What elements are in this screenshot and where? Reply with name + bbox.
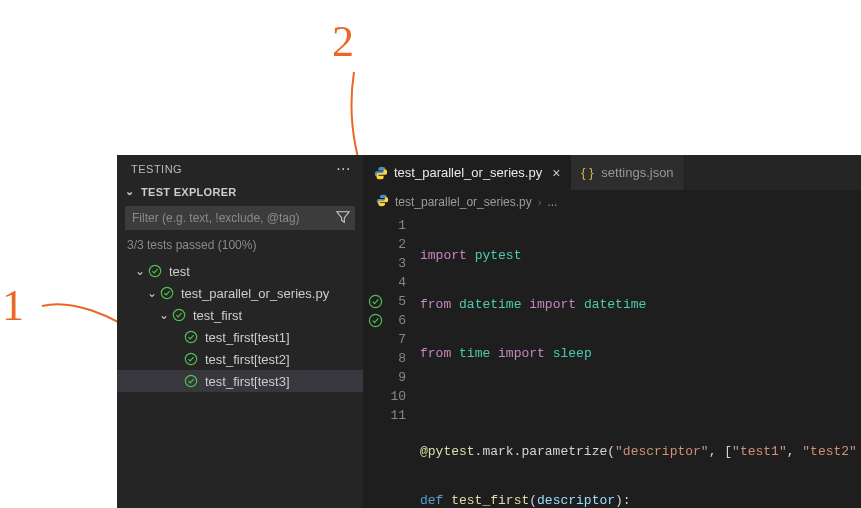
test-explorer-header[interactable]: ⌄ TEST EXPLORER (117, 181, 363, 204)
sidebar-title-row: TESTING ··· (117, 155, 363, 181)
tree-file[interactable]: ⌄ test_parallel_or_series.py (117, 282, 363, 304)
line-numbers: 1234567891011 (386, 214, 420, 508)
tab-label: settings.json (601, 165, 673, 180)
tree-label: test (167, 264, 190, 279)
test-status: 3/3 tests passed (100%) (117, 234, 363, 258)
svg-point-6 (185, 353, 196, 364)
tree-group[interactable]: ⌄ test_first (117, 304, 363, 326)
pass-icon (159, 285, 175, 301)
svg-point-9 (369, 314, 381, 326)
more-actions-icon[interactable]: ··· (336, 165, 351, 173)
chevron-down-icon: ⌄ (145, 286, 159, 300)
pass-icon (183, 329, 199, 345)
filter-input[interactable] (126, 207, 332, 229)
filter-icon[interactable] (332, 210, 354, 227)
vscode-window: TESTING ··· ⌄ TEST EXPLORER 3/3 tests pa… (117, 155, 861, 508)
svg-point-3 (161, 287, 172, 298)
chevron-down-icon: ⌄ (133, 264, 147, 278)
tree-label: test_first[test3] (203, 374, 290, 389)
tab-label: test_parallel_or_series.py (394, 165, 542, 180)
tree-label: test_first[test1] (203, 330, 290, 345)
tree-label: test_first[test2] (203, 352, 290, 367)
breadcrumb-file: test_parallel_or_series.py (395, 195, 532, 209)
testing-sidebar: TESTING ··· ⌄ TEST EXPLORER 3/3 tests pa… (117, 155, 364, 508)
pass-icon (147, 263, 163, 279)
svg-point-4 (173, 309, 184, 320)
section-label: TEST EXPLORER (141, 186, 237, 198)
pass-icon (171, 307, 187, 323)
tree-case[interactable]: test_first[test3] (117, 370, 363, 392)
tree-root[interactable]: ⌄ test (117, 260, 363, 282)
tab-settings[interactable]: { } settings.json (571, 155, 684, 190)
tree-label: test_parallel_or_series.py (179, 286, 329, 301)
annotation-1: 1 (2, 280, 24, 331)
breadcrumb-more: ... (547, 195, 557, 209)
chevron-right-icon: › (538, 196, 542, 208)
svg-point-7 (185, 375, 196, 386)
tree-case[interactable]: test_first[test2] (117, 348, 363, 370)
python-file-icon (376, 194, 389, 210)
gutter-pass-icon[interactable] (364, 311, 386, 330)
breadcrumb[interactable]: test_parallel_or_series.py › ... (364, 190, 861, 214)
annotation-2: 2 (332, 16, 354, 67)
editor-area: test_parallel_or_series.py × { } setting… (364, 155, 861, 508)
svg-point-8 (369, 295, 381, 307)
tree-label: test_first (191, 308, 242, 323)
chevron-down-icon: ⌄ (123, 185, 137, 198)
code-content[interactable]: import pytest from datetime import datet… (420, 214, 861, 508)
sidebar-title: TESTING (131, 163, 182, 175)
glyph-margin (364, 214, 386, 508)
filter-row (125, 206, 355, 230)
code-editor[interactable]: 1234567891011 import pytest from datetim… (364, 214, 861, 508)
tree-case[interactable]: test_first[test1] (117, 326, 363, 348)
json-file-icon: { } (581, 165, 595, 180)
python-file-icon (374, 166, 388, 180)
close-icon[interactable]: × (552, 165, 560, 181)
test-tree: ⌄ test ⌄ test_parallel_or_series.py ⌄ te… (117, 258, 363, 394)
pass-icon (183, 373, 199, 389)
editor-tabs: test_parallel_or_series.py × { } setting… (364, 155, 861, 190)
pass-icon (183, 351, 199, 367)
svg-point-5 (185, 331, 196, 342)
svg-point-2 (149, 265, 160, 276)
chevron-down-icon: ⌄ (157, 308, 171, 322)
tab-test-file[interactable]: test_parallel_or_series.py × (364, 155, 571, 190)
gutter-pass-icon[interactable] (364, 292, 386, 311)
